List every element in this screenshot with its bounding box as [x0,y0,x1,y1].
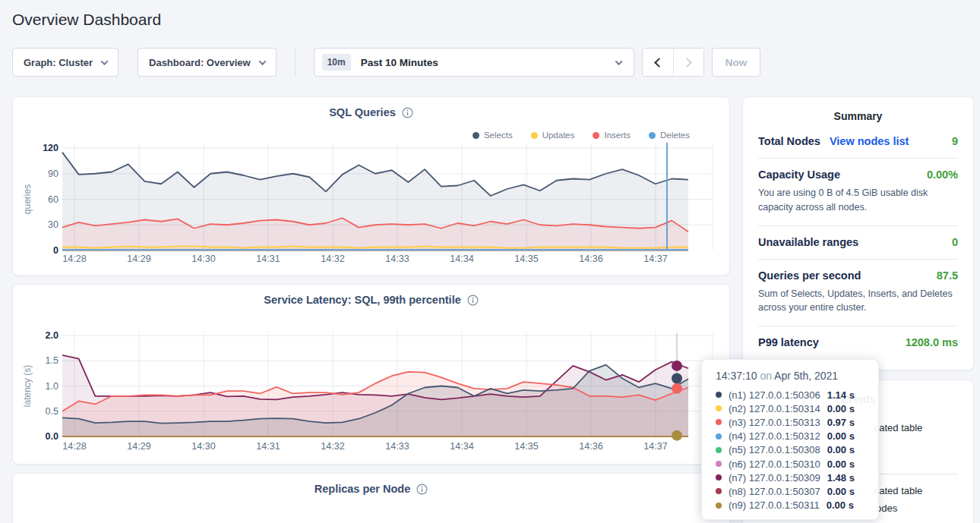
legend-item-updates[interactable]: Updates [531,131,575,140]
svg-text:0.0: 0.0 [46,431,58,442]
tooltip-node-row: (n3) 127.0.0.1:503130.97 s [716,415,878,429]
node-color-dot-icon [716,405,722,411]
legend-item-selects[interactable]: Selects [473,131,513,140]
replicas-per-node-title: Replicas per Node [13,483,729,495]
summary-row: P99 latency1208.0 ms [758,326,958,359]
chevron-down-icon [101,58,109,65]
chevron-down-icon [615,58,622,65]
tooltip-node-row: (n2) 127.0.0.1:503140.00 s [716,402,878,415]
time-range-dropdown[interactable]: 10m Past 10 Minutes [314,48,634,77]
time-back-button[interactable] [643,49,673,76]
summary-label: Unavailable ranges [758,236,858,248]
svg-text:14:29: 14:29 [127,254,150,264]
info-icon[interactable] [416,484,428,495]
legend-item-inserts[interactable]: Inserts [593,131,631,140]
tooltip-node-value: 0.00 s [827,430,855,442]
legend-label: Deletes [660,131,690,140]
service-latency-title: Service Latency: SQL, 99th percentile [13,294,729,306]
svg-text:60: 60 [48,194,58,205]
svg-text:30: 30 [48,219,58,230]
tooltip-node-row: (n8) 127.0.0.1:503070.00 s [716,484,878,498]
tooltip-node-address: (n9) 127.0.0.1:50311 [729,499,820,511]
summary-panel: Summary Total NodesView nodes list9Capac… [742,96,974,370]
summary-value: 0 [952,236,958,248]
sql-queries-chart[interactable]: 14:2814:2914:3014:3114:3214:3314:3414:35… [13,140,731,273]
svg-text:14:31: 14:31 [256,441,280,452]
toolbar-divider [295,48,296,77]
time-range-label: Past 10 Minutes [361,57,438,68]
svg-text:14:34: 14:34 [450,254,473,264]
summary-rows: Total NodesView nodes list9Capacity Usag… [758,125,958,359]
svg-text:14:30: 14:30 [191,254,215,264]
time-range-badge: 10m [322,54,351,71]
legend-label: Updates [542,131,575,140]
tooltip-node-address: (n6) 127.0.0.1:50310 [729,458,820,470]
svg-text:14:29: 14:29 [127,441,150,452]
replicas-per-node-panel: Replicas per Node [12,473,730,523]
svg-text:1.0: 1.0 [46,381,58,392]
node-color-dot-icon [716,474,722,480]
event-text-fragment: eated table [874,422,922,433]
summary-row: Unavailable ranges0 [758,226,958,260]
tooltip-node-address: (n3) 127.0.0.1:50313 [729,417,820,428]
tooltip-node-row: (n5) 127.0.0.1:503080.00 s [716,443,878,457]
chart-title-text: SQL Queries [329,106,396,118]
legend-label: Inserts [604,131,631,140]
svg-text:14:32: 14:32 [321,254,344,264]
tooltip-timestamp: 14:37:10 on Apr 5th, 2021 [716,370,878,382]
view-nodes-list-link[interactable]: View nodes list [830,135,909,147]
tooltip-node-address: (n5) 127.0.0.1:50308 [729,444,820,455]
svg-text:2.0: 2.0 [46,330,58,341]
chevron-right-icon [682,58,692,68]
service-latency-chart[interactable]: 14:2814:2914:3014:3114:3214:3314:3414:35… [13,327,731,461]
summary-value: 1208.0 ms [906,336,958,348]
info-icon[interactable] [467,295,479,306]
svg-text:14:37: 14:37 [643,254,667,264]
node-color-dot-icon [716,488,722,494]
svg-text:120: 120 [43,143,58,153]
summary-label: Capacity Usage [758,169,840,181]
tooltip-node-value: 0.00 s [827,499,854,511]
summary-label: P99 latency [758,336,819,348]
svg-text:14:28: 14:28 [62,254,86,264]
svg-text:14:30: 14:30 [191,441,215,452]
tooltip-node-value: 0.00 s [827,444,855,455]
summary-value: 0.00% [927,169,958,181]
tooltip-node-value: 0.97 s [827,417,855,428]
svg-text:1.5: 1.5 [46,355,58,366]
tooltip-node-row: (n7) 127.0.0.1:503091.48 s [716,471,878,484]
time-forward-button[interactable] [673,49,703,76]
graph-dropdown[interactable]: Graph: Cluster [12,48,119,77]
legend-dot-icon [473,132,479,139]
svg-text:14:33: 14:33 [385,254,409,264]
svg-text:14:32: 14:32 [321,441,344,452]
svg-text:14:37: 14:37 [643,441,667,452]
dashboard-dropdown[interactable]: Dashboard: Overview [138,48,277,77]
info-icon[interactable] [402,107,413,118]
summary-description: You are using 0 B of 4.5 GiB usable disk… [758,186,958,215]
node-color-dot-icon [716,419,722,425]
page-title: Overview Dashboard [12,11,980,29]
tooltip-node-row: (n1) 127.0.0.1:503061.14 s [716,388,878,402]
chart-title-text: Replicas per Node [315,483,411,495]
svg-text:14:36: 14:36 [579,254,602,264]
chevron-down-icon [258,58,266,65]
summary-row: Total NodesView nodes list9 [758,125,958,159]
tooltip-node-address: (n7) 127.0.0.1:50309 [729,472,820,484]
svg-text:14:31: 14:31 [256,254,280,264]
sql-queries-panel: SQL Queries SelectsUpdatesInsertsDeletes… [12,96,730,276]
legend-item-deletes[interactable]: Deletes [649,131,690,140]
node-color-dot-icon [716,433,722,440]
svg-text:14:34: 14:34 [450,441,473,452]
svg-text:14:35: 14:35 [514,254,538,264]
sql-queries-title: SQL Queries [13,106,729,118]
summary-description: Sum of Selects, Updates, Inserts, and De… [758,287,958,316]
sql-queries-legend: SelectsUpdatesInsertsDeletes [473,131,690,140]
tooltip-node-address: (n8) 127.0.0.1:50307 [729,486,820,497]
svg-text:14:35: 14:35 [514,441,538,452]
event-text-fragment: odes [876,503,897,514]
chart-tooltip: 14:37:10 on Apr 5th, 2021 (n1) 127.0.0.1… [701,359,879,520]
now-button[interactable]: Now [712,48,761,77]
tooltip-node-row: (n6) 127.0.0.1:503100.00 s [716,457,878,471]
svg-text:queries: queries [22,184,33,214]
